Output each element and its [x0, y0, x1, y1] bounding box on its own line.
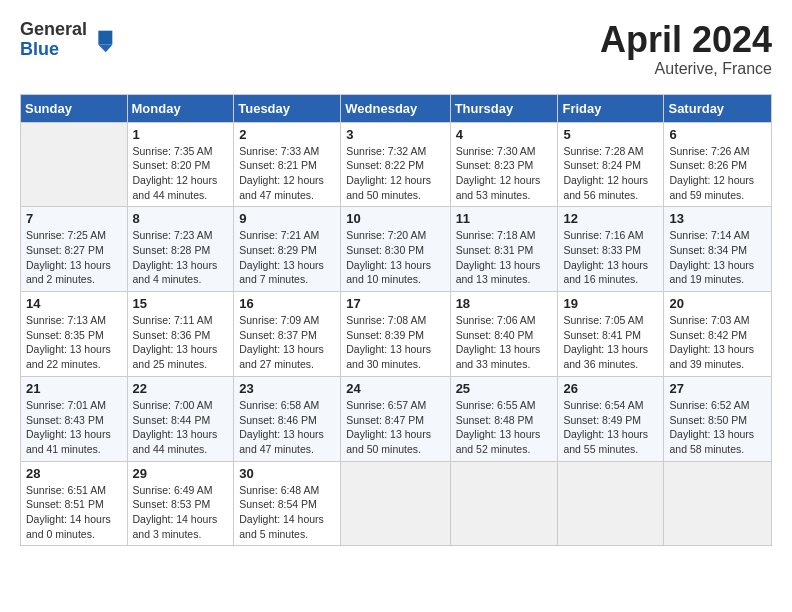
day-number: 15	[133, 296, 229, 311]
day-info: Sunrise: 6:57 AM Sunset: 8:47 PM Dayligh…	[346, 398, 444, 457]
day-number: 12	[563, 211, 658, 226]
logo-blue: Blue	[20, 40, 87, 60]
calendar-cell	[664, 461, 772, 546]
calendar-cell: 21Sunrise: 7:01 AM Sunset: 8:43 PM Dayli…	[21, 376, 128, 461]
day-info: Sunrise: 7:13 AM Sunset: 8:35 PM Dayligh…	[26, 313, 122, 372]
day-number: 9	[239, 211, 335, 226]
day-header-monday: Monday	[127, 94, 234, 122]
day-info: Sunrise: 7:09 AM Sunset: 8:37 PM Dayligh…	[239, 313, 335, 372]
day-info: Sunrise: 7:14 AM Sunset: 8:34 PM Dayligh…	[669, 228, 766, 287]
day-header-saturday: Saturday	[664, 94, 772, 122]
calendar-cell: 1Sunrise: 7:35 AM Sunset: 8:20 PM Daylig…	[127, 122, 234, 207]
day-number: 1	[133, 127, 229, 142]
day-header-friday: Friday	[558, 94, 664, 122]
calendar-cell: 12Sunrise: 7:16 AM Sunset: 8:33 PM Dayli…	[558, 207, 664, 292]
calendar-week-row: 7Sunrise: 7:25 AM Sunset: 8:27 PM Daylig…	[21, 207, 772, 292]
calendar-cell	[558, 461, 664, 546]
day-number: 29	[133, 466, 229, 481]
calendar-cell: 4Sunrise: 7:30 AM Sunset: 8:23 PM Daylig…	[450, 122, 558, 207]
calendar-week-row: 28Sunrise: 6:51 AM Sunset: 8:51 PM Dayli…	[21, 461, 772, 546]
calendar-cell: 25Sunrise: 6:55 AM Sunset: 8:48 PM Dayli…	[450, 376, 558, 461]
svg-marker-1	[98, 44, 112, 51]
calendar-cell: 7Sunrise: 7:25 AM Sunset: 8:27 PM Daylig…	[21, 207, 128, 292]
day-number: 11	[456, 211, 553, 226]
day-info: Sunrise: 7:35 AM Sunset: 8:20 PM Dayligh…	[133, 144, 229, 203]
day-info: Sunrise: 7:26 AM Sunset: 8:26 PM Dayligh…	[669, 144, 766, 203]
calendar-cell: 30Sunrise: 6:48 AM Sunset: 8:54 PM Dayli…	[234, 461, 341, 546]
day-info: Sunrise: 7:00 AM Sunset: 8:44 PM Dayligh…	[133, 398, 229, 457]
day-info: Sunrise: 7:28 AM Sunset: 8:24 PM Dayligh…	[563, 144, 658, 203]
calendar-cell: 20Sunrise: 7:03 AM Sunset: 8:42 PM Dayli…	[664, 292, 772, 377]
day-number: 8	[133, 211, 229, 226]
day-number: 10	[346, 211, 444, 226]
day-number: 27	[669, 381, 766, 396]
day-info: Sunrise: 6:52 AM Sunset: 8:50 PM Dayligh…	[669, 398, 766, 457]
calendar-cell: 16Sunrise: 7:09 AM Sunset: 8:37 PM Dayli…	[234, 292, 341, 377]
title-block: April 2024 Auterive, France	[600, 20, 772, 78]
calendar-header-row: SundayMondayTuesdayWednesdayThursdayFrid…	[21, 94, 772, 122]
day-number: 30	[239, 466, 335, 481]
day-info: Sunrise: 7:23 AM Sunset: 8:28 PM Dayligh…	[133, 228, 229, 287]
day-info: Sunrise: 7:18 AM Sunset: 8:31 PM Dayligh…	[456, 228, 553, 287]
calendar-cell: 8Sunrise: 7:23 AM Sunset: 8:28 PM Daylig…	[127, 207, 234, 292]
day-info: Sunrise: 7:08 AM Sunset: 8:39 PM Dayligh…	[346, 313, 444, 372]
calendar-cell: 18Sunrise: 7:06 AM Sunset: 8:40 PM Dayli…	[450, 292, 558, 377]
day-info: Sunrise: 7:25 AM Sunset: 8:27 PM Dayligh…	[26, 228, 122, 287]
day-number: 13	[669, 211, 766, 226]
day-number: 7	[26, 211, 122, 226]
day-number: 24	[346, 381, 444, 396]
day-info: Sunrise: 6:51 AM Sunset: 8:51 PM Dayligh…	[26, 483, 122, 542]
day-number: 25	[456, 381, 553, 396]
day-number: 5	[563, 127, 658, 142]
calendar-cell: 15Sunrise: 7:11 AM Sunset: 8:36 PM Dayli…	[127, 292, 234, 377]
calendar-cell: 10Sunrise: 7:20 AM Sunset: 8:30 PM Dayli…	[341, 207, 450, 292]
day-header-wednesday: Wednesday	[341, 94, 450, 122]
calendar-subtitle: Auterive, France	[600, 60, 772, 78]
day-info: Sunrise: 7:32 AM Sunset: 8:22 PM Dayligh…	[346, 144, 444, 203]
calendar-cell: 9Sunrise: 7:21 AM Sunset: 8:29 PM Daylig…	[234, 207, 341, 292]
page-header: General Blue April 2024 Auterive, France	[20, 20, 772, 78]
day-number: 21	[26, 381, 122, 396]
calendar-cell	[341, 461, 450, 546]
day-info: Sunrise: 6:54 AM Sunset: 8:49 PM Dayligh…	[563, 398, 658, 457]
day-number: 6	[669, 127, 766, 142]
day-number: 26	[563, 381, 658, 396]
calendar-cell: 23Sunrise: 6:58 AM Sunset: 8:46 PM Dayli…	[234, 376, 341, 461]
calendar-cell: 19Sunrise: 7:05 AM Sunset: 8:41 PM Dayli…	[558, 292, 664, 377]
day-number: 22	[133, 381, 229, 396]
day-info: Sunrise: 7:30 AM Sunset: 8:23 PM Dayligh…	[456, 144, 553, 203]
day-number: 23	[239, 381, 335, 396]
day-info: Sunrise: 7:05 AM Sunset: 8:41 PM Dayligh…	[563, 313, 658, 372]
day-header-thursday: Thursday	[450, 94, 558, 122]
calendar-cell	[450, 461, 558, 546]
calendar-cell: 2Sunrise: 7:33 AM Sunset: 8:21 PM Daylig…	[234, 122, 341, 207]
day-info: Sunrise: 7:06 AM Sunset: 8:40 PM Dayligh…	[456, 313, 553, 372]
day-number: 3	[346, 127, 444, 142]
day-info: Sunrise: 7:03 AM Sunset: 8:42 PM Dayligh…	[669, 313, 766, 372]
calendar-week-row: 1Sunrise: 7:35 AM Sunset: 8:20 PM Daylig…	[21, 122, 772, 207]
day-header-sunday: Sunday	[21, 94, 128, 122]
calendar-table: SundayMondayTuesdayWednesdayThursdayFrid…	[20, 94, 772, 547]
day-info: Sunrise: 6:55 AM Sunset: 8:48 PM Dayligh…	[456, 398, 553, 457]
day-info: Sunrise: 6:49 AM Sunset: 8:53 PM Dayligh…	[133, 483, 229, 542]
calendar-cell: 6Sunrise: 7:26 AM Sunset: 8:26 PM Daylig…	[664, 122, 772, 207]
calendar-cell: 14Sunrise: 7:13 AM Sunset: 8:35 PM Dayli…	[21, 292, 128, 377]
day-info: Sunrise: 7:11 AM Sunset: 8:36 PM Dayligh…	[133, 313, 229, 372]
calendar-cell: 28Sunrise: 6:51 AM Sunset: 8:51 PM Dayli…	[21, 461, 128, 546]
calendar-week-row: 14Sunrise: 7:13 AM Sunset: 8:35 PM Dayli…	[21, 292, 772, 377]
calendar-cell: 29Sunrise: 6:49 AM Sunset: 8:53 PM Dayli…	[127, 461, 234, 546]
day-number: 17	[346, 296, 444, 311]
day-info: Sunrise: 7:16 AM Sunset: 8:33 PM Dayligh…	[563, 228, 658, 287]
day-info: Sunrise: 6:58 AM Sunset: 8:46 PM Dayligh…	[239, 398, 335, 457]
day-number: 19	[563, 296, 658, 311]
day-header-tuesday: Tuesday	[234, 94, 341, 122]
logo-general: General	[20, 20, 87, 40]
logo: General Blue	[20, 20, 117, 60]
calendar-cell: 11Sunrise: 7:18 AM Sunset: 8:31 PM Dayli…	[450, 207, 558, 292]
calendar-cell: 26Sunrise: 6:54 AM Sunset: 8:49 PM Dayli…	[558, 376, 664, 461]
day-info: Sunrise: 7:01 AM Sunset: 8:43 PM Dayligh…	[26, 398, 122, 457]
day-number: 2	[239, 127, 335, 142]
calendar-cell: 24Sunrise: 6:57 AM Sunset: 8:47 PM Dayli…	[341, 376, 450, 461]
day-info: Sunrise: 7:21 AM Sunset: 8:29 PM Dayligh…	[239, 228, 335, 287]
calendar-title: April 2024	[600, 20, 772, 60]
